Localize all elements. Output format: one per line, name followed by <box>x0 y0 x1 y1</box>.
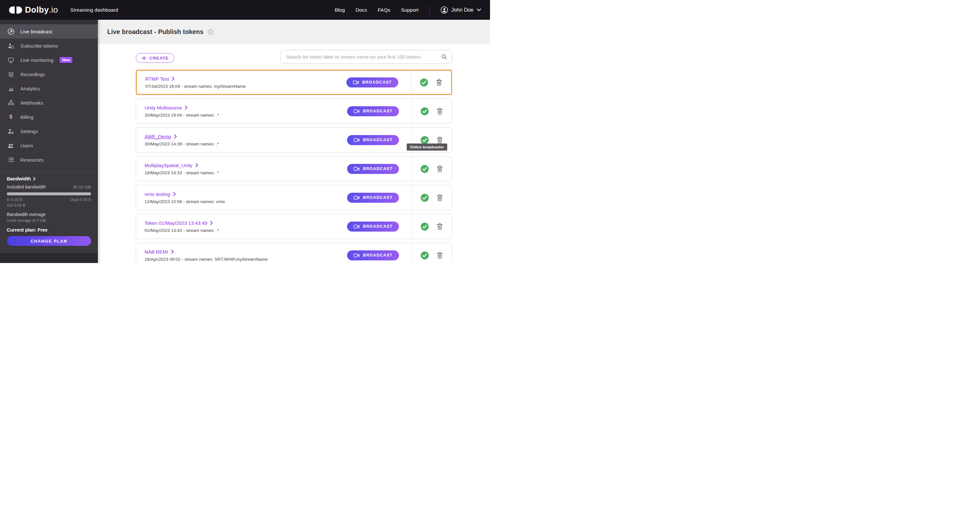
token-link-label: Token 01/May/2023 13:43:49 <box>145 220 207 226</box>
bandwidth-progress-bar <box>7 192 91 195</box>
sidebar-item-recordings[interactable]: Recordings <box>0 67 98 81</box>
broadcast-button[interactable]: BROADCAST <box>347 106 399 116</box>
token-meta: 30/May/2023 14:39 - stream names: .* <box>145 141 219 146</box>
sidebar-item-webhooks[interactable]: Webhooks <box>0 95 98 110</box>
create-button-label: CREATE <box>150 56 169 60</box>
delete-button[interactable] <box>435 78 443 86</box>
sidebar: Live broadcast Subscribe tokens Live mon… <box>0 20 98 263</box>
status-check-icon <box>420 165 429 173</box>
nav-link-blog[interactable]: Blog <box>335 7 345 13</box>
chevron-right-icon <box>172 76 175 81</box>
sidebar-item-resources[interactable]: Resources <box>0 153 98 167</box>
broadcast-button-label: BROADCAST <box>363 224 393 229</box>
nav-link-support[interactable]: Support <box>401 7 418 13</box>
dollar-icon: $ <box>7 114 15 120</box>
nav-divider <box>430 6 430 14</box>
trash-icon <box>436 222 444 230</box>
sidebar-item-subscribe-tokens[interactable]: Subscribe tokens <box>0 38 98 53</box>
broadcast-button[interactable]: BROADCAST <box>347 193 399 203</box>
token-meta: 30/May/2023 19:04 - stream names: .* <box>145 113 219 118</box>
live-broadcast-icon <box>7 28 15 35</box>
token-row-side <box>412 243 452 263</box>
token-list: RTMP Test 07/Jul/2023 16:04 - stream nam… <box>136 70 452 263</box>
token-link[interactable]: NAB REMI <box>145 249 268 254</box>
user-menu[interactable]: John Doe <box>441 6 482 14</box>
delete-button[interactable] <box>436 107 444 115</box>
token-link-label: Unity Multisource <box>145 105 182 110</box>
sidebar-item-label: Users <box>21 143 33 148</box>
token-link-label: NAB REMI <box>145 249 168 254</box>
token-link[interactable]: Token 01/May/2023 13:43:49 <box>145 220 219 226</box>
change-plan-button[interactable]: CHANGE PLAN <box>7 236 91 246</box>
token-link[interactable]: AWE_Demo <box>145 134 219 139</box>
sidebar-item-label: Recordings <box>21 72 45 77</box>
search-input[interactable] <box>280 50 452 64</box>
sidebar-item-settings[interactable]: Settings <box>0 124 98 138</box>
main-content: CREATE RTMP Test <box>98 44 490 263</box>
online-broadcaster-tooltip: Online broadcaster <box>407 143 447 151</box>
page-header: Live broadcast - Publish tokens <box>98 20 490 44</box>
token-info: Token 01/May/2023 13:43:49 01/May/2023 1… <box>145 220 219 233</box>
bandwidth-title[interactable]: Bandwidth <box>7 176 91 181</box>
dolby-logo[interactable]: Dolby.io <box>9 5 58 15</box>
chevron-down-icon <box>477 8 481 11</box>
bandwidth-used: Used 0.00 B <box>70 197 91 202</box>
token-row-main: AWE_Demo 30/May/2023 14:39 - stream name… <box>136 128 412 152</box>
status-check-icon <box>420 251 429 260</box>
token-link[interactable]: vmix testing <box>145 191 225 197</box>
sidebar-item-billing[interactable]: $ Billing <box>0 110 98 124</box>
broadcast-button-label: BROADCAST <box>362 80 392 84</box>
token-link[interactable]: MultiplaySpatial_Unity <box>145 163 219 168</box>
broadcast-button[interactable]: BROADCAST <box>347 135 399 145</box>
broadcast-button-label: BROADCAST <box>363 167 393 171</box>
status-check-icon <box>420 107 429 116</box>
chevron-right-icon <box>185 105 188 110</box>
bandwidth-out: Out 0.00 B <box>7 203 91 208</box>
token-meta: 07/Jul/2023 16:04 - stream names: myStre… <box>145 84 246 89</box>
sidebar-item-live-monitoring[interactable]: Live monitoring New <box>0 53 98 67</box>
nav-link-docs[interactable]: Docs <box>355 7 367 13</box>
chevron-right-icon <box>196 163 198 167</box>
info-icon[interactable] <box>207 29 214 35</box>
status-check-icon <box>420 136 429 145</box>
token-info: Unity Multisource 30/May/2023 19:04 - st… <box>145 105 219 118</box>
sidebar-item-users[interactable]: Users <box>0 138 98 153</box>
page-title: Live broadcast - Publish tokens <box>107 28 204 36</box>
token-meta: 18/May/2023 14:33 - stream names: .* <box>145 170 219 175</box>
sidebar-item-label: Analytics <box>21 86 40 91</box>
create-button[interactable]: CREATE <box>136 53 174 63</box>
delete-button[interactable] <box>436 222 444 230</box>
person-gear-icon <box>7 128 15 135</box>
delete-button[interactable] <box>436 165 444 173</box>
broadcast-button[interactable]: BROADCAST <box>347 250 399 261</box>
token-info: MultiplaySpatial_Unity 18/May/2023 14:33… <box>145 163 219 175</box>
monitor-icon <box>7 56 15 64</box>
navbar-right: Blog Docs FAQs Support John Doe <box>335 6 481 14</box>
sidebar-item-live-broadcast[interactable]: Live broadcast <box>0 24 98 38</box>
person-shield-icon <box>7 42 15 49</box>
video-camera-icon <box>353 166 360 172</box>
broadcast-button[interactable]: BROADCAST <box>347 221 399 232</box>
sidebar-top-strip <box>0 20 98 24</box>
token-row: Unity Multisource 30/May/2023 19:04 - st… <box>136 99 452 124</box>
token-row: RTMP Test 07/Jul/2023 16:04 - stream nam… <box>136 70 452 95</box>
delete-button[interactable] <box>436 251 444 259</box>
token-row: NAB REMI 16/Apr/2023 09:02 - stream name… <box>136 243 452 263</box>
token-info: NAB REMI 16/Apr/2023 09:02 - stream name… <box>145 249 268 262</box>
token-link[interactable]: Unity Multisource <box>145 105 219 110</box>
nav-link-faqs[interactable]: FAQs <box>377 7 390 13</box>
trash-icon <box>436 107 444 115</box>
broadcast-button[interactable]: BROADCAST <box>347 78 398 87</box>
trash-icon <box>436 251 444 259</box>
top-navbar: Dolby.io Streaming dashboard Blog Docs F… <box>0 0 490 20</box>
token-link[interactable]: RTMP Test <box>145 76 246 82</box>
broadcast-button[interactable]: BROADCAST <box>347 164 399 174</box>
delete-button[interactable] <box>436 194 444 202</box>
token-link-label: vmix testing <box>145 191 170 197</box>
included-bandwidth-value: 50.00 GiB <box>73 185 91 189</box>
sidebar-item-analytics[interactable]: Analytics <box>0 81 98 95</box>
delete-button[interactable] <box>436 136 444 144</box>
sidebar-item-label: Live monitoring <box>21 57 54 63</box>
token-info: AWE_Demo 30/May/2023 14:39 - stream name… <box>145 134 219 146</box>
token-row-main: vmix testing 12/May/2023 10:58 - stream … <box>136 185 412 210</box>
